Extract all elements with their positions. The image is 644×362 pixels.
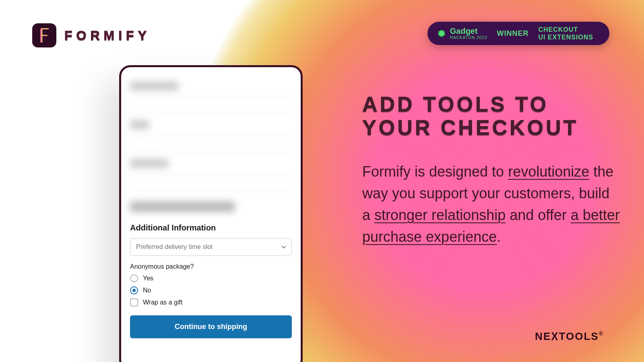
headline: ADD TOOLS TO YOUR CHECKOUT: [362, 93, 612, 139]
radio-label: No: [143, 287, 151, 294]
badge-winner-label: WINNER: [497, 29, 528, 38]
hexagon-icon: [437, 29, 446, 38]
anon-option-no[interactable]: No: [130, 286, 292, 294]
badge-category-line1: CHECKOUT: [538, 26, 578, 33]
badge-category: CHECKOUT UI EXTENSIONS: [538, 26, 593, 41]
delivery-slot-select[interactable]: Preferred delivery time slot: [130, 238, 292, 256]
radio-icon: [130, 286, 138, 294]
anon-option-yes[interactable]: Yes: [130, 274, 292, 282]
checkout-phone-mock: Additional Information Preferred deliver…: [119, 65, 303, 362]
brand-logo-icon: [32, 23, 56, 47]
copy-seg: and offer: [506, 207, 570, 223]
award-badge: Gadget HACKATON 2023 WINNER CHECKOUT UI …: [427, 22, 609, 45]
blurred-field: [130, 97, 292, 114]
copy-seg: Formify is designed to: [362, 163, 508, 180]
blurred-field-label: [130, 82, 179, 90]
brand-wordmark: FORMIFY: [64, 28, 151, 43]
copy-underline: stronger relationship: [374, 207, 506, 223]
copy-underline: revolutionize: [508, 163, 589, 180]
badge-gadget-block: Gadget HACKATON 2023: [437, 27, 487, 40]
footer-company: NEXTOOLS®: [535, 330, 604, 343]
radio-icon: [130, 274, 138, 282]
blurred-field: [130, 174, 292, 191]
checkbox-icon: [130, 298, 138, 306]
chevron-down-icon: [281, 244, 287, 250]
anonymous-package-label: Anonymous package?: [130, 263, 292, 270]
copy-seg: .: [497, 228, 501, 245]
promo-stage: FORMIFY Gadget HACKATON 2023 WINNER CHEC…: [0, 0, 644, 362]
brand-logo: FORMIFY: [32, 23, 151, 47]
blurred-field: [130, 136, 292, 152]
checkbox-label: Wrap as a gift: [143, 299, 182, 306]
delivery-slot-placeholder: Preferred delivery time slot: [136, 243, 213, 250]
radio-label: Yes: [143, 275, 153, 282]
blurred-field-label: [130, 120, 149, 129]
badge-category-line2: UI EXTENSIONS: [538, 34, 593, 41]
continue-to-shipping-button[interactable]: Continue to shipping: [130, 315, 292, 338]
badge-hackaton-label: HACKATON 2023: [450, 36, 487, 40]
badge-gadget-label: Gadget: [450, 27, 487, 35]
additional-info-title: Additional Information: [130, 223, 292, 232]
blurred-field-label: [130, 159, 169, 168]
blurred-text-line: [130, 202, 235, 212]
marketing-copy: Formify is designed to revolutionize the…: [362, 161, 620, 248]
wrap-as-gift-checkbox[interactable]: Wrap as a gift: [130, 298, 292, 306]
